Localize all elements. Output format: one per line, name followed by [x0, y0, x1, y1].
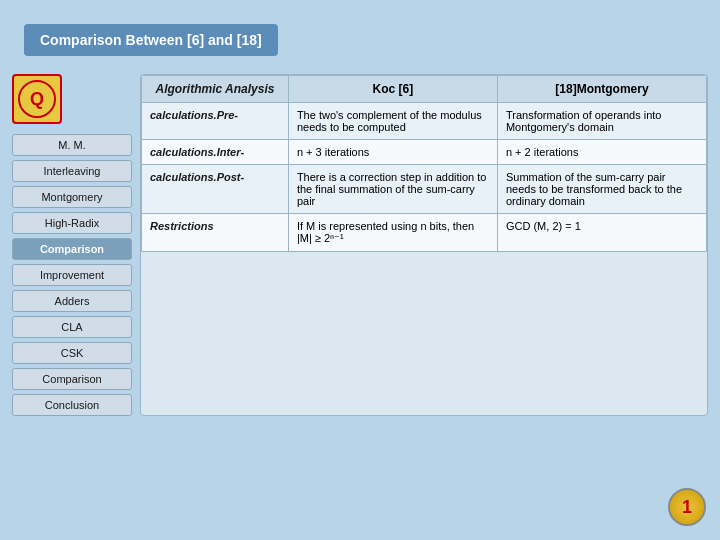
row0-koc: The two's complement of the modulus need… [288, 103, 497, 140]
sidebar-item-improvement[interactable]: Improvement [12, 264, 132, 286]
sidebar-item-cla[interactable]: CLA [12, 316, 132, 338]
row0-montgomery: Transformation of operands into Montgome… [497, 103, 706, 140]
page-title: Comparison Between [6] and [18] [24, 24, 278, 56]
row3-koc: If M is represented using n bits, then |… [288, 214, 497, 252]
row3-montgomery: GCD (M, 2) = 1 [497, 214, 706, 252]
row0-analysis: calculations.Pre- [142, 103, 289, 140]
sidebar-item-high-radix[interactable]: High-Radix [12, 212, 132, 234]
row2-montgomery: Summation of the sum-carry pair needs to… [497, 165, 706, 214]
sidebar-item-comparison1[interactable]: Comparison [12, 238, 132, 260]
main-content: Algorithmic Analysis Koc [6] [18]Montgom… [140, 74, 708, 416]
sidebar: Q M. M. Interleaving Montgomery High-Rad… [12, 74, 132, 416]
row3-analysis: Restrictions [142, 214, 289, 252]
row1-analysis: calculations.Inter- [142, 140, 289, 165]
watermark-badge: 1 [668, 488, 706, 526]
header-koc: Koc [6] [288, 76, 497, 103]
sidebar-item-csk[interactable]: CSK [12, 342, 132, 364]
sidebar-item-adders[interactable]: Adders [12, 290, 132, 312]
row1-koc: n + 3 iterations [288, 140, 497, 165]
sidebar-item-mm[interactable]: M. M. [12, 134, 132, 156]
sidebar-item-interleaving[interactable]: Interleaving [12, 160, 132, 182]
row1-montgomery: n + 2 iterations [497, 140, 706, 165]
table-row: Restrictions If M is represented using n… [142, 214, 707, 252]
row2-koc: There is a correction step in addition t… [288, 165, 497, 214]
header-analysis: Algorithmic Analysis [142, 76, 289, 103]
sidebar-item-conclusion[interactable]: Conclusion [12, 394, 132, 416]
logo: Q [12, 74, 62, 124]
header-montgomery: [18]Montgomery [497, 76, 706, 103]
row2-analysis: calculations.Post- [142, 165, 289, 214]
table-row: calculations.Inter- n + 3 iterations n +… [142, 140, 707, 165]
table-row: calculations.Pre- The two's complement o… [142, 103, 707, 140]
comparison-table: Algorithmic Analysis Koc [6] [18]Montgom… [141, 75, 707, 252]
svg-text:Q: Q [30, 89, 44, 109]
sidebar-item-comparison2[interactable]: Comparison [12, 368, 132, 390]
table-row: calculations.Post- There is a correction… [142, 165, 707, 214]
sidebar-item-montgomery[interactable]: Montgomery [12, 186, 132, 208]
